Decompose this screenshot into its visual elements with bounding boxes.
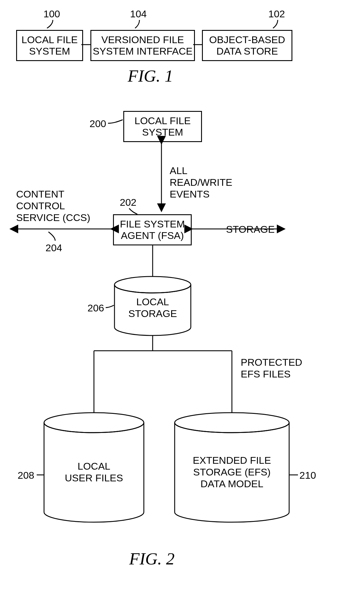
fig1-label-102: 102 [268,8,285,20]
fig1-label-100: 100 [43,8,60,20]
fig2-all-events-l1: ALL [170,165,188,176]
fig2-box-200-line2: SYSTEM [142,127,183,138]
fig1-caption: FIG. 1 [128,66,173,86]
fig2-ccs-l1: CONTENT [16,188,64,200]
svg-point-2 [114,276,191,293]
fig2-connectors [0,0,364,597]
fig2-cylinder-210: EXTENDED FILE STORAGE (EFS) DATA MODEL [0,0,364,597]
fig2-label-210: 210 [299,470,316,481]
fig2-label-202: 202 [120,197,136,208]
svg-text:STORAGE: STORAGE [128,308,177,319]
svg-point-8 [175,413,289,433]
svg-text:LOCAL: LOCAL [77,461,110,472]
fig1-box-102: OBJECT-BASED DATA STORE [202,30,292,61]
svg-text:STORAGE (EFS): STORAGE (EFS) [193,466,271,478]
fig1-box-104-line2: SYSTEM INTERFACE [93,45,193,57]
fig2-prot-l1: PROTECTED [241,357,302,368]
fig2-ccs-l2: CONTROL [16,200,65,212]
fig2-prot-l2: EFS FILES [241,368,291,380]
fig1-box-100-line2: SYSTEM [29,45,70,57]
fig1-box-104: VERSIONED FILE SYSTEM INTERFACE [90,30,195,61]
fig2-label-200: 200 [90,118,106,129]
fig2-box-202-line2: AGENT (FSA) [121,230,184,241]
svg-point-5 [44,413,144,433]
fig1-label-104: 104 [130,8,147,20]
fig1-box-104-line1: VERSIONED FILE [101,34,184,45]
fig2-storage-label: STORAGE [226,224,275,235]
fig1-box-102-line2: DATA STORE [216,45,278,57]
svg-text:EXTENDED FILE: EXTENDED FILE [193,455,271,466]
fig2-box-200: LOCAL FILE SYSTEM [123,111,202,142]
fig2-all-events-l3: EVENTS [170,188,210,200]
fig2-box-202-line1: FILE SYSTEM [120,218,185,230]
fig1-box-100-line1: LOCAL FILE [21,34,77,45]
fig2-cylinder-208: LOCAL USER FILES [0,0,364,597]
fig2-cylinder-206: LOCAL STORAGE [0,0,364,597]
svg-text:USER FILES: USER FILES [65,472,123,483]
fig2-box-200-line1: LOCAL FILE [134,115,191,127]
fig2-caption: FIG. 2 [129,549,175,569]
svg-text:LOCAL: LOCAL [136,296,169,307]
fig2-label-208: 208 [18,470,34,481]
fig1-box-100: LOCAL FILE SYSTEM [16,30,83,61]
fig1-box-102-line1: OBJECT-BASED [209,34,285,45]
fig2-label-204: 204 [45,242,62,254]
svg-text:DATA MODEL: DATA MODEL [200,478,263,489]
fig2-ccs-l3: SERVICE (CCS) [16,212,90,223]
fig2-box-202: FILE SYSTEM AGENT (FSA) [113,214,192,245]
fig2-label-206: 206 [87,302,104,314]
fig2-all-events-l2: READ/WRITE [170,177,232,188]
